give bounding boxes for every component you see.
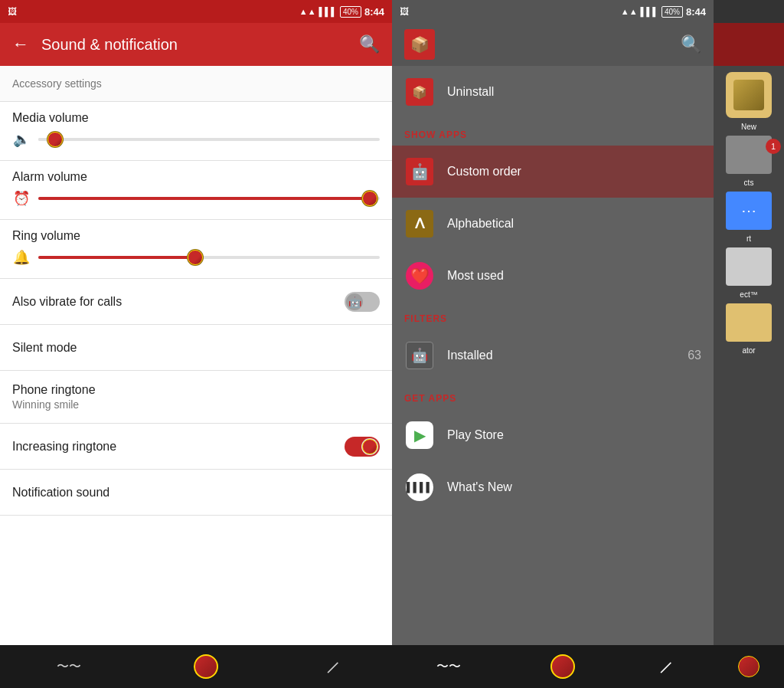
menu-app-icon: 📦 <box>404 29 435 60</box>
get-apps-header: GET APPS <box>392 382 714 409</box>
peek-app-2 <box>726 136 772 174</box>
menu-app-bar: 📦 🔍 <box>392 23 714 66</box>
installed-label: Installed <box>447 349 493 362</box>
uninstall-label: Uninstall <box>447 85 494 99</box>
peek-app-1 <box>726 72 772 118</box>
left-status-left: 🖼 <box>8 6 295 17</box>
whats-new-label: What's New <box>447 480 512 494</box>
ring-volume-label: Ring volume <box>12 229 380 243</box>
uninstall-item[interactable]: 📦 Uninstall <box>392 66 714 118</box>
alarm-volume-label: Alarm volume <box>12 170 380 184</box>
back-button[interactable]: ← <box>12 34 29 54</box>
peek-label-ect: ect™ <box>740 290 757 299</box>
notification-sound-label: Notification sound <box>12 486 109 500</box>
phone-ringtone-label: Phone ringtone <box>12 383 96 397</box>
menu-spacer <box>392 513 714 645</box>
menu-battery: 40% <box>662 6 683 18</box>
settings-list: Accessory settings Media volume 🔈 Alarm … <box>0 66 392 645</box>
installed-item[interactable]: 🤖 Installed 63 <box>392 329 714 382</box>
left-nav-home[interactable] <box>194 654 218 679</box>
left-status-icons: ▲▲ ▌▌▌ 40% 8:44 <box>299 6 384 18</box>
menu-nav-back[interactable]: 〜〜 <box>436 659 461 675</box>
ring-volume-row: 🔔 <box>12 249 380 266</box>
show-apps-label: SHOW APPS <box>404 129 467 140</box>
increasing-ringtone-label: Increasing ringtone <box>12 440 116 454</box>
custom-order-item[interactable]: 🤖 Custom order <box>392 146 714 198</box>
right-panel: 🖼 ▲▲ ▌▌▌ 40% 8:44 📦 🔍 📦 <box>392 0 784 688</box>
menu-search-button[interactable]: 🔍 <box>681 34 701 54</box>
media-volume-icon: 🔈 <box>12 131 31 148</box>
play-store-item[interactable]: ▶ Play Store <box>392 409 714 461</box>
menu-status-left: 🖼 <box>400 6 616 17</box>
increasing-ringtone-item[interactable]: Increasing ringtone <box>0 424 392 470</box>
ring-volume-thumb <box>187 249 204 266</box>
peek-label-rt: rt <box>746 234 751 243</box>
menu-status-icons: ▲▲ ▌▌▌ 40% 8:44 <box>621 6 706 18</box>
increasing-ringtone-thumb <box>361 438 378 455</box>
phone-ringtone-value: Winning smile <box>12 398 79 411</box>
peek-app-bar <box>714 23 784 66</box>
menu-status-bar: 🖼 ▲▲ ▌▌▌ 40% 8:44 <box>392 0 714 23</box>
menu-panel: 🖼 ▲▲ ▌▌▌ 40% 8:44 📦 🔍 📦 <box>392 0 714 688</box>
most-used-item[interactable]: ❤️ Most used <box>392 250 714 302</box>
phone-ringtone-item[interactable]: Phone ringtone Winning smile <box>0 371 392 424</box>
silent-mode-label: Silent mode <box>12 341 77 355</box>
get-apps-label: GET APPS <box>404 393 456 404</box>
notification-sound-item[interactable]: Notification sound <box>0 470 392 516</box>
wifi-icon: ▲▲ <box>299 7 316 16</box>
vibrate-calls-toggle[interactable]: 🤖 <box>345 292 380 312</box>
whats-new-icon: ▌▌▌▌ <box>404 472 435 503</box>
vibrate-calls-item[interactable]: Also vibrate for calls 🤖 <box>0 279 392 325</box>
alarm-volume-item[interactable]: Alarm volume ⏰ <box>0 161 392 220</box>
peek-bottom-nav <box>714 645 784 688</box>
search-button[interactable]: 🔍 <box>359 34 380 54</box>
custom-order-label: Custom order <box>447 165 521 179</box>
play-store-icon: ▶ <box>404 420 435 450</box>
signal-icon: ▌▌▌ <box>319 7 337 16</box>
ring-volume-item[interactable]: Ring volume 🔔 <box>0 220 392 279</box>
menu-signal-icon: ▌▌▌ <box>641 7 658 16</box>
silent-mode-item[interactable]: Silent mode <box>0 325 392 371</box>
ring-volume-fill <box>38 256 195 259</box>
left-time: 8:44 <box>364 6 384 18</box>
peek-app-5 <box>726 303 772 342</box>
menu-notification-icon: 🖼 <box>400 6 409 17</box>
installed-count: 63 <box>688 349 701 362</box>
notification-icon: 🖼 <box>8 6 17 17</box>
media-volume-item[interactable]: Media volume 🔈 <box>0 102 392 161</box>
peek-label-new: New <box>741 123 756 131</box>
peek-label-cts: cts <box>744 179 754 187</box>
menu-nav-home[interactable] <box>550 654 575 679</box>
increasing-ringtone-toggle[interactable] <box>345 437 380 457</box>
peek-nav-home <box>738 656 760 677</box>
left-app-bar: ← Sound & notification 🔍 <box>0 23 392 66</box>
left-bottom-nav: 〜〜 | <box>0 645 392 688</box>
filters-header: FILTERS <box>392 302 714 329</box>
alarm-volume-thumb <box>361 190 378 207</box>
most-used-icon: ❤️ <box>404 260 435 291</box>
media-volume-slider[interactable] <box>38 138 380 141</box>
most-used-label: Most used <box>447 269 504 283</box>
filters-label: FILTERS <box>404 313 447 324</box>
alphabetical-item[interactable]: Ʌ Alphabetical <box>392 198 714 250</box>
accessory-settings-item[interactable]: Accessory settings <box>0 66 392 102</box>
media-volume-row: 🔈 <box>12 131 380 148</box>
whats-new-item[interactable]: ▌▌▌▌ What's New <box>392 461 714 513</box>
vibrate-calls-text: Also vibrate for calls <box>12 295 345 309</box>
alphabetical-icon: Ʌ <box>404 208 435 239</box>
uninstall-icon: 📦 <box>404 77 435 107</box>
show-apps-header: SHOW APPS <box>392 118 714 146</box>
accessory-settings-label: Accessory settings <box>12 77 102 90</box>
menu-nav-recents[interactable]: | <box>659 659 675 674</box>
alarm-volume-slider[interactable] <box>38 197 380 200</box>
left-nav-recents[interactable]: | <box>326 659 341 674</box>
menu-bottom-nav: 〜〜 | <box>392 645 714 688</box>
menu-search-icon[interactable]: 🔍 <box>681 34 701 54</box>
peek-app-3: ⋯ <box>726 192 772 230</box>
left-nav-back[interactable]: 〜〜 <box>57 659 81 675</box>
menu-time: 8:44 <box>686 6 706 18</box>
media-volume-thumb <box>47 131 64 148</box>
ring-volume-slider[interactable] <box>38 256 380 259</box>
left-status-bar: 🖼 ▲▲ ▌▌▌ 40% 8:44 <box>0 0 392 23</box>
page-title: Sound & notification <box>41 36 347 54</box>
